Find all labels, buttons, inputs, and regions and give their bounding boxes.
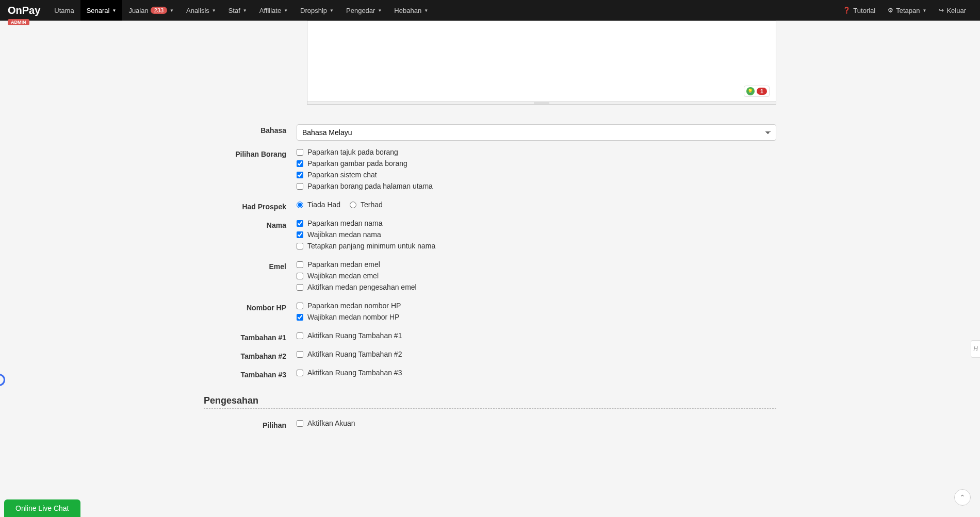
checkbox-wajibkan-emel[interactable]: [297, 273, 303, 279]
label-paparkan-chat[interactable]: Paparkan sistem chat: [307, 171, 377, 179]
nav-staf[interactable]: Staf▼: [222, 0, 253, 21]
brand-text: OnPay: [8, 5, 40, 16]
checkbox-aktifkan-akuan[interactable]: [297, 420, 303, 427]
radio-tiada-had[interactable]: [297, 202, 303, 208]
label-paparkan-nombor-hp[interactable]: Paparkan medan nombor HP: [307, 302, 401, 310]
tambahan1-label: Tambahan #1: [204, 331, 297, 342]
nav-pengedar[interactable]: Pengedar▼: [340, 0, 388, 21]
label-paparkan-tajuk[interactable]: Paparkan tajuk pada borang: [307, 148, 398, 156]
label-paparkan-gambar[interactable]: Paparkan gambar pada borang: [307, 159, 407, 168]
checkbox-paparkan-tajuk[interactable]: [297, 149, 303, 156]
checkbox-tambahan2[interactable]: [297, 351, 303, 358]
label-tambahan3[interactable]: Aktifkan Ruang Tambahan #3: [307, 369, 402, 377]
label-wajibkan-nombor-hp[interactable]: Wajibkan medan nombor HP: [307, 313, 399, 321]
lightbulb-icon: 💡: [746, 87, 755, 95]
chevron-down-icon: ▼: [923, 8, 927, 13]
chevron-down-icon: ▼: [170, 8, 174, 13]
checkbox-paparkan-chat[interactable]: [297, 172, 303, 178]
bahasa-select[interactable]: Bahasa Melayu: [297, 124, 776, 141]
bahasa-label: Bahasa: [204, 124, 297, 135]
pilihan-label: Pilihan: [204, 419, 297, 429]
nav-utama[interactable]: Utama: [48, 0, 80, 21]
checkbox-wajibkan-nombor-hp[interactable]: [297, 314, 303, 321]
had-prospek-label: Had Prospek: [204, 201, 297, 211]
chevron-down-icon: ▼: [112, 8, 116, 13]
radio-terhad[interactable]: [350, 202, 356, 208]
checkbox-wajibkan-nama[interactable]: [297, 231, 303, 238]
label-panjang-minimum-nama[interactable]: Tetapkan panjang minimum untuk nama: [307, 242, 435, 250]
label-wajibkan-emel[interactable]: Wajibkan medan emel: [307, 272, 379, 280]
tambahan2-label: Tambahan #2: [204, 350, 297, 360]
nav-tutorial[interactable]: ❓Tutorial: [837, 0, 881, 21]
checkbox-paparkan-nombor-hp[interactable]: [297, 303, 303, 309]
nama-label: Nama: [204, 219, 297, 229]
nav-affiliate[interactable]: Affiliate▼: [253, 0, 294, 21]
nombor-hp-label: Nombor HP: [204, 302, 297, 312]
emel-label: Emel: [204, 260, 297, 271]
side-tab[interactable]: H: [971, 340, 980, 358]
checkbox-tambahan3[interactable]: [297, 370, 303, 376]
label-tambahan1[interactable]: Aktifkan Ruang Tambahan #1: [307, 331, 402, 340]
nav-analisis[interactable]: Analisis▼: [180, 0, 222, 21]
loading-spinner-icon: [0, 374, 5, 386]
nav-tetapan[interactable]: ⚙Tetapan▼: [881, 0, 933, 21]
section-divider: [204, 408, 776, 409]
label-pengesahan-emel[interactable]: Aktifkan medan pengesahan emel: [307, 283, 417, 291]
label-wajibkan-nama[interactable]: Wajibkan medan nama: [307, 230, 381, 239]
editor-error-count: 1: [757, 88, 767, 95]
label-paparkan-nama[interactable]: Paparkan medan nama: [307, 219, 383, 227]
checkbox-paparkan-nama[interactable]: [297, 220, 303, 227]
checkbox-paparkan-gambar[interactable]: [297, 160, 303, 167]
chevron-down-icon: ▼: [424, 8, 428, 13]
sign-out-icon: ↪: [939, 7, 944, 14]
rich-text-editor[interactable]: 💡 1: [307, 21, 776, 105]
jualan-count-badge: 233: [151, 7, 167, 14]
label-tiada-had[interactable]: Tiada Had: [307, 201, 340, 209]
checkbox-paparkan-emel[interactable]: [297, 261, 303, 268]
chevron-down-icon: ▼: [330, 8, 334, 13]
nav-senarai[interactable]: Senarai▼: [80, 0, 123, 21]
label-tambahan2[interactable]: Aktifkan Ruang Tambahan #2: [307, 350, 402, 358]
nav-keluar[interactable]: ↪Keluar: [933, 0, 972, 21]
pengesahan-title: Pengesahan: [204, 395, 776, 406]
tambahan3-label: Tambahan #3: [204, 369, 297, 379]
label-terhad[interactable]: Terhad: [361, 201, 383, 209]
label-aktifkan-akuan[interactable]: Aktifkan Akuan: [307, 419, 355, 427]
question-circle-icon: ❓: [843, 7, 851, 14]
gear-icon: ⚙: [888, 7, 893, 14]
nav-jualan[interactable]: Jualan233▼: [122, 0, 180, 21]
nav-dropship[interactable]: Dropship▼: [294, 0, 340, 21]
checkbox-paparkan-halaman-utama[interactable]: [297, 183, 303, 190]
checkbox-panjang-minimum-nama[interactable]: [297, 243, 303, 249]
label-paparkan-emel[interactable]: Paparkan medan emel: [307, 260, 380, 269]
chevron-down-icon: ▼: [243, 8, 247, 13]
admin-badge: ADMIN: [8, 19, 29, 25]
chevron-down-icon: ▼: [212, 8, 216, 13]
editor-status-badges: 💡 1: [744, 86, 770, 97]
nav-hebahan[interactable]: Hebahan▼: [388, 0, 434, 21]
brand-logo[interactable]: OnPay ADMIN: [8, 5, 40, 16]
checkbox-pengesahan-emel[interactable]: [297, 284, 303, 291]
label-paparkan-halaman-utama[interactable]: Paparkan borang pada halaman utama: [307, 182, 433, 190]
pilihan-borang-label: Pilihan Borang: [204, 148, 297, 158]
chevron-down-icon: ▼: [378, 8, 382, 13]
checkbox-tambahan1[interactable]: [297, 332, 303, 339]
navbar: OnPay ADMIN Utama Senarai▼ Jualan233▼ An…: [0, 0, 980, 21]
editor-resize-handle[interactable]: [307, 101, 776, 104]
chevron-down-icon: ▼: [284, 8, 288, 13]
